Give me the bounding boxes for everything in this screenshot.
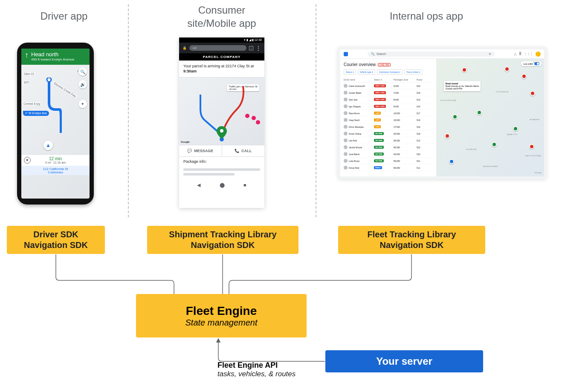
column-title-ops: Internal ops app: [367, 9, 486, 23]
packages-done: 17/150: [394, 126, 417, 128]
api-title: Fleet Engine API: [217, 361, 295, 370]
nav-toward: toward Evelyn Avenue: [41, 58, 74, 61]
list-icon[interactable]: ≣: [519, 52, 521, 56]
table-row[interactable]: José BalvinON TIME42/150520: [344, 151, 433, 158]
driver-map: Glen Ct WTI Easy St Stevens Creek Fwy Ce…: [21, 65, 90, 154]
driver-name: Skip Allums: [349, 112, 360, 115]
driver-phone-mock: ↑ Head north 450 ft toward Evelyn Avenue…: [17, 43, 94, 205]
driver-name: Dhruv Banerjee: [349, 126, 364, 128]
map-pin[interactable]: [492, 142, 497, 147]
consumer-urlbar: 🔒 url 1 ⋮: [179, 43, 264, 53]
url-field[interactable]: url: [189, 45, 246, 51]
table-row[interactable]: Dhruv BanerjeeLATE17/150516: [344, 124, 433, 130]
map-pin[interactable]: [477, 110, 482, 115]
search-icon[interactable]: 🔍: [78, 67, 87, 76]
status-badge: ON TIME: [374, 139, 384, 142]
table-row[interactable]: Luke BryanON TIME55/150521: [344, 158, 433, 164]
driver-name: Luke Bryan: [349, 160, 359, 162]
map-pin[interactable]: [462, 67, 467, 72]
filter-company[interactable]: Contractor Company ▾: [377, 69, 403, 75]
map-pin[interactable]: [513, 126, 518, 131]
driver-name: Sam Das: [349, 98, 358, 101]
driver-name: Claire Duckworth: [349, 85, 365, 87]
map-pin[interactable]: [521, 74, 527, 79]
route-line: [41, 78, 62, 133]
call-button[interactable]: 📞CALL: [222, 145, 265, 156]
engine-title: Fleet Engine: [186, 304, 257, 318]
back-icon[interactable]: ◀: [197, 182, 200, 188]
table-row[interactable]: Sam DasVERY LATE8/150513: [344, 96, 433, 103]
sdk-ops-line2: Navigation SDK: [379, 240, 443, 251]
avatar[interactable]: [536, 52, 541, 57]
packages-done: 13/150: [394, 112, 417, 115]
sound-icon[interactable]: 🔊: [78, 80, 87, 89]
table-row[interactable]: Annie ChangON TIME20/150518: [344, 130, 433, 137]
table-row[interactable]: Skip AllumsLATE13/150517: [344, 110, 433, 117]
table-row[interactable]: Jordan BakerVERY LATE7/150519: [344, 89, 433, 96]
status-badge: ON TIME: [374, 159, 384, 162]
menu-icon[interactable]: ⋮: [256, 46, 261, 50]
status-badge: ON TIME: [374, 132, 384, 135]
table-row[interactable]: Jamila WoodsON TIME40/150522: [344, 144, 433, 151]
table-row[interactable]: Divya DharEARLY56/150511: [344, 164, 433, 171]
consumer-statusbar: ▾ ▮ ◢ ▮ 12:30: [179, 37, 264, 43]
status-badge: LATE: [374, 118, 381, 121]
map-area: VILLA ORTUZAR: [440, 99, 457, 101]
map-area: COLEGIALES: [496, 91, 509, 93]
avatar: [344, 159, 348, 163]
message-button[interactable]: 💬MESSAGE: [179, 145, 222, 156]
route-id: 514: [417, 105, 433, 108]
bell-icon[interactable]: △: [514, 52, 516, 56]
route-id: 511: [417, 167, 433, 169]
close-icon[interactable]: ✕: [24, 157, 31, 164]
search-input[interactable]: 🔍Search✕: [368, 52, 495, 57]
table-row[interactable]: Igor ZhagoloVERY LATE9/150514: [344, 103, 433, 110]
packages-done: 8/150: [394, 98, 417, 101]
map-pin[interactable]: [530, 91, 535, 96]
filter-status[interactable]: Status ▾: [344, 69, 356, 75]
recents-icon[interactable]: ■: [243, 182, 246, 188]
map-pin[interactable]: [449, 159, 454, 164]
sdk-box-driver: Driver SDK Navigation SDK: [7, 226, 105, 254]
avatar: [344, 118, 348, 122]
filter-vehicle[interactable]: Vehicle type ▾: [358, 69, 375, 75]
filter-hours[interactable]: Hours driven ▾: [404, 69, 423, 75]
search-icon: 🔍: [371, 52, 375, 56]
nav-distance: 450 ft: [31, 58, 40, 61]
sdk-driver-line1: Driver SDK: [33, 229, 78, 240]
table-row[interactable]: Claire DuckworthVERY LATE5/150523: [344, 83, 433, 89]
ops-title: Courier overview LIVE: 345: [344, 62, 433, 67]
route-id: 519: [417, 92, 433, 94]
compass-icon[interactable]: ⌖: [78, 100, 87, 108]
table-header: Driver name Status ▾ Packages done Route: [344, 77, 433, 83]
map-pin[interactable]: [504, 66, 510, 72]
driver-name: Greg Hatch: [349, 119, 360, 121]
eta-bar: ✕ 12 min 5 mi · 11:16 am: [21, 154, 90, 166]
status-badge: VERY LATE: [374, 98, 386, 101]
column-title-consumer: Consumer site/Mobile app: [179, 3, 264, 30]
eta-time: 12 min: [34, 156, 77, 161]
map-pin[interactable]: [529, 144, 534, 149]
map-label-glen: Glen Ct: [23, 72, 35, 75]
sdk-box-consumer: Shipment Tracking Library Navigation SDK: [147, 226, 298, 254]
consumer-map: Traffic jam on Harrison St +6 min Google: [179, 77, 264, 145]
table-row[interactable]: Lila ParkON TIME35/150512: [344, 137, 433, 144]
packages-done: 9/150: [394, 105, 417, 108]
skeleton-line: [183, 168, 260, 171]
driver-name: Jordan Baker: [349, 92, 362, 94]
dest-deliveries: 3 deliveries: [24, 171, 87, 174]
home-icon[interactable]: ⬤: [220, 182, 225, 188]
engine-subtitle: State management: [185, 318, 258, 328]
sdk-driver-line2: Navigation SDK: [24, 240, 88, 251]
map-pin[interactable]: [452, 114, 458, 119]
clear-icon[interactable]: ✕: [489, 52, 491, 56]
map-pin[interactable]: [445, 133, 450, 138]
driver-name: Divya Dhar: [349, 167, 359, 169]
table-row[interactable]: Greg HatchLATE15/150519: [344, 117, 433, 124]
route-id: 513: [417, 98, 433, 101]
tabs-icon[interactable]: 1: [249, 46, 253, 50]
avatar: [344, 125, 348, 129]
route-id: 517: [417, 112, 433, 115]
apps-icon[interactable]: ⋮⋮⋮: [524, 52, 533, 56]
avatar: [344, 84, 348, 88]
